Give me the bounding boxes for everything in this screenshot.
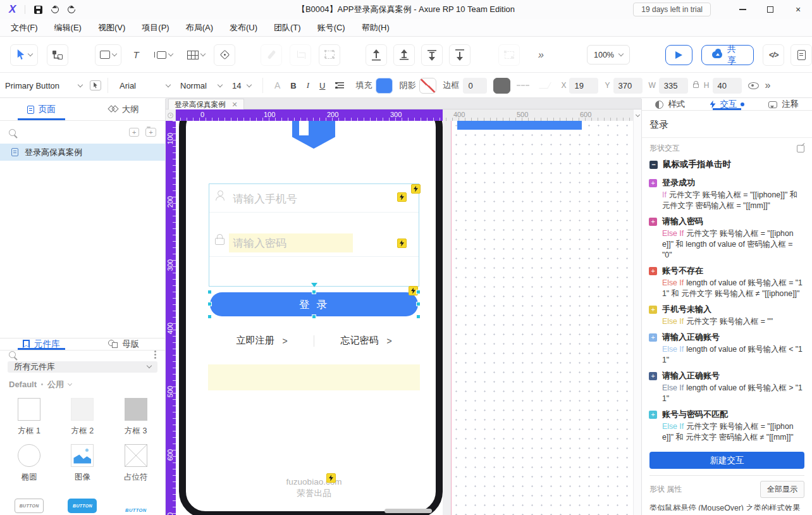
interaction-case[interactable]: 请输入密码 Else If元件文字 账号输入框 = "[[iphone]]" 和… <box>649 216 804 261</box>
interaction-bolt-badge[interactable] <box>326 473 336 483</box>
menu-item[interactable]: 文件(F) <box>3 19 46 36</box>
border-style-icon[interactable] <box>517 85 529 86</box>
more-menu-icon[interactable] <box>154 351 156 352</box>
add-folder-icon[interactable]: + <box>145 128 156 137</box>
maximize-button[interactable] <box>756 1 784 18</box>
widget-item[interactable]: 方框 3 <box>109 394 163 440</box>
interaction-case[interactable]: 登录成功 If元件文字 账号输入框 = "[[iphone]]" 和 元件文字 … <box>649 177 804 211</box>
lock-ratio-icon[interactable] <box>693 84 699 88</box>
menu-item[interactable]: 账号(C) <box>309 19 354 36</box>
vertical-scrollbar[interactable] <box>633 109 641 515</box>
visibility-eye-icon[interactable] <box>748 82 759 89</box>
tab-style[interactable]: 样式 <box>642 99 699 110</box>
widget-item[interactable]: 方框 2 <box>56 394 109 440</box>
selection-handle[interactable] <box>416 290 421 294</box>
interaction-bolt-badge[interactable] <box>397 192 407 202</box>
menu-item[interactable]: 发布(U) <box>221 19 266 36</box>
selection-handle[interactable] <box>416 302 421 306</box>
design-canvas[interactable]: 请输入手机号 请输入密码 登 录 <box>176 121 641 515</box>
style-preset-dropdown[interactable]: Primary Button <box>0 81 87 90</box>
horizontal-scrollbar-thumb[interactable] <box>384 509 432 513</box>
minimize-button[interactable] <box>729 1 756 18</box>
menu-item[interactable]: 编辑(E) <box>46 19 90 36</box>
close-button[interactable]: × <box>784 1 812 18</box>
selection-handle[interactable] <box>312 314 316 319</box>
menu-item[interactable]: 布局(A) <box>178 19 221 36</box>
widget-item[interactable]: 方框 1 <box>3 394 56 440</box>
select-tool-button[interactable] <box>10 44 38 66</box>
widget-item[interactable]: 占位符 <box>109 440 163 487</box>
send-backward-button[interactable] <box>421 44 443 66</box>
zoom-dropdown[interactable]: 100% <box>587 45 630 65</box>
password-input-placeholder[interactable]: 请输入密码 <box>233 236 286 251</box>
bold-button[interactable]: B <box>285 81 301 90</box>
show-all-button[interactable]: 全部显示 <box>760 481 804 498</box>
external-link-icon[interactable] <box>797 145 804 152</box>
register-link[interactable]: 立即注册> <box>210 335 314 347</box>
bring-to-front-button[interactable] <box>366 44 387 66</box>
hidden-message-widget[interactable] <box>208 364 420 390</box>
rectangle-tool-button[interactable] <box>95 44 121 66</box>
x-input[interactable]: 19 <box>569 78 598 94</box>
widget-item[interactable]: BUTTON 主要按钮 <box>56 487 109 515</box>
interaction-case[interactable]: 账号与密码不匹配 Else If元件文字 账号输入框 = "[[iphone]]… <box>649 409 804 443</box>
font-weight-dropdown[interactable]: Normal <box>175 81 227 90</box>
label-box-tool-button[interactable] <box>151 44 178 66</box>
text-tool-button[interactable]: T <box>125 44 147 66</box>
interaction-case[interactable]: 手机号未输入 Else If元件文字 账号输入框 = "" <box>649 304 804 327</box>
h-input[interactable]: 40 <box>713 78 742 94</box>
search-icon[interactable] <box>9 129 16 136</box>
code-export-button[interactable]: </> <box>763 44 784 66</box>
transform-points-button[interactable] <box>319 44 340 66</box>
login-button-widget[interactable]: 登 录 <box>210 292 418 316</box>
page-item-selected[interactable]: 登录高保真案例 <box>0 144 165 161</box>
pen-tool-button[interactable] <box>214 44 235 66</box>
send-to-back-button[interactable] <box>449 44 471 66</box>
tab-masters[interactable]: 母版 <box>83 338 166 350</box>
notes-doc-button[interactable] <box>790 44 812 66</box>
canvas-tab[interactable]: 登录高保真案例 ✕ <box>168 99 244 109</box>
tab-pages[interactable]: 页面 <box>0 99 83 120</box>
interaction-case[interactable]: 请输入正确账号 Else Iflength of value of 账号输入框 … <box>649 332 804 366</box>
collapse-icon[interactable] <box>649 161 658 169</box>
w-input[interactable]: 335 <box>659 78 688 94</box>
close-tab-icon[interactable]: ✕ <box>232 101 238 109</box>
selection-handle[interactable] <box>312 290 316 294</box>
trial-badge[interactable]: 19 days left in trial <box>633 3 711 16</box>
widget-item[interactable]: BUTTON 链接按钮 <box>109 487 163 515</box>
widget-name-field[interactable]: 登录 <box>642 111 812 138</box>
interaction-bolt-badge[interactable] <box>411 184 421 194</box>
selection-handle[interactable] <box>207 314 212 319</box>
table-tool-button[interactable] <box>182 44 210 66</box>
library-filter-dropdown[interactable]: 所有元件库 <box>8 361 157 373</box>
shadow-swatch[interactable] <box>419 78 436 94</box>
font-size-dropdown[interactable]: 14 <box>227 81 256 90</box>
interaction-case[interactable]: 账号不存在 Else Iflength of value of 账号输入框 = … <box>649 265 804 299</box>
selection-handle[interactable] <box>207 290 212 294</box>
connector-tool-button[interactable] <box>47 44 68 66</box>
phone-mockup-frame[interactable] <box>179 121 443 515</box>
border-width-input[interactable]: 0 <box>463 78 487 94</box>
tab-widget-library[interactable]: 元件库 <box>0 338 83 350</box>
library-group-header[interactable]: Default 公用 <box>9 379 156 390</box>
tab-notes[interactable]: 注释 <box>755 99 812 110</box>
text-color-button[interactable]: A <box>269 80 285 90</box>
select-style-icon[interactable] <box>90 80 101 90</box>
tab-interaction[interactable]: 交互 <box>699 99 756 110</box>
y-input[interactable]: 370 <box>613 78 643 94</box>
account-input-placeholder[interactable]: 请输入手机号 <box>233 192 297 206</box>
bring-forward-button[interactable] <box>393 44 415 66</box>
offcanvas-blue-widget[interactable] <box>457 121 582 130</box>
menu-item[interactable]: 团队(T) <box>266 19 309 36</box>
more-tools-button[interactable]: » <box>530 44 551 66</box>
interaction-bolt-badge[interactable] <box>397 239 407 248</box>
italic-button[interactable]: I <box>302 80 314 90</box>
menu-item[interactable]: 项目(P) <box>133 19 177 36</box>
widget-item[interactable]: 图像 <box>56 440 109 487</box>
preview-button[interactable] <box>665 45 692 65</box>
new-interaction-button[interactable]: 新建交互 <box>649 452 804 469</box>
widget-item[interactable]: BUTTON 按钮 <box>3 487 56 515</box>
font-family-dropdown[interactable]: Arial <box>114 81 175 90</box>
selection-handle[interactable] <box>207 302 212 306</box>
event-header[interactable]: 鼠标或手指单击时 <box>642 156 812 171</box>
